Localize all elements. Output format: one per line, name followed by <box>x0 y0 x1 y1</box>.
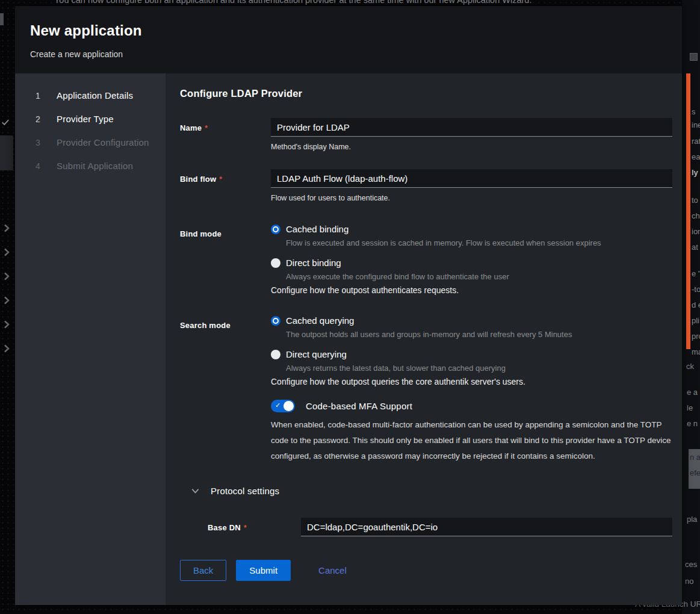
bind-mode-label: Bind mode <box>180 224 271 295</box>
step-label: Application Details <box>57 90 133 101</box>
clipped-text: ck <box>686 362 694 371</box>
protocol-settings-label: Protocol settings <box>211 486 279 496</box>
chevron-right-icon <box>3 296 10 307</box>
clipped-text: le <box>687 403 693 412</box>
search-mode-help: Configure how the outpost queries the co… <box>271 377 672 386</box>
name-label: Name* <box>180 118 271 151</box>
clipped-text: pla <box>687 515 697 524</box>
radio-unselected-icon[interactable] <box>271 350 280 359</box>
step-application-details[interactable]: 1 Application Details <box>15 84 166 107</box>
step-number: 4 <box>36 161 43 171</box>
search-mode-label: Search mode <box>180 315 271 386</box>
chevron-right-icon <box>3 320 10 331</box>
base-dn-input[interactable] <box>301 518 672 536</box>
clipped-text: ine <box>692 120 700 129</box>
required-asterisk: * <box>219 175 222 184</box>
chevron-down-icon <box>191 488 199 494</box>
check-icon <box>1 118 10 129</box>
clipped-text: to <box>692 196 698 205</box>
clipped-text: ces <box>685 560 697 569</box>
background-button-fragment <box>690 53 698 61</box>
bind-flow-input[interactable] <box>271 169 672 188</box>
radio-description: Always execute the configured bind flow … <box>286 272 672 281</box>
cancel-button[interactable]: Cancel <box>316 560 349 580</box>
step-label: Provider Configuration <box>57 137 149 147</box>
bind-flow-help: Flow used for users to authenticate. <box>271 194 672 202</box>
field-search-mode: Search mode Cached querying The outpost … <box>180 315 672 386</box>
new-application-modal: New application Create a new application… <box>15 6 682 605</box>
radio-cached-querying[interactable]: Cached querying <box>271 315 672 326</box>
field-bind-flow: Bind flow* Flow used for users to authen… <box>180 169 672 202</box>
background-selected-row <box>0 135 13 170</box>
clipped-text: ly a <box>692 168 700 177</box>
mfa-description: When enabled, code-based multi-factor au… <box>271 417 672 464</box>
required-asterisk: * <box>205 124 208 132</box>
clipped-text: efe <box>690 468 700 477</box>
radio-selected-icon[interactable] <box>271 316 280 326</box>
mfa-toggle-label: Code-based MFA Support <box>306 401 412 411</box>
step-label: Provider Type <box>57 114 114 124</box>
step-number: 2 <box>36 114 43 124</box>
bind-flow-label: Bind flow* <box>180 169 271 202</box>
clipped-text: n a <box>690 453 700 462</box>
clipped-text: at <box>692 243 698 252</box>
step-submit-application: 4 Submit Application <box>15 154 166 178</box>
base-dn-label: Base DN* <box>208 518 301 536</box>
chevron-right-icon <box>3 272 10 283</box>
clipped-text: s <box>692 107 696 116</box>
background-highlight-box: n a efe <box>689 449 700 489</box>
wizard-announcement-banner: You can now configure both an applicatio… <box>54 0 531 5</box>
pane-heading: Configure LDAP Provider <box>180 88 672 99</box>
toggle-on-icon[interactable]: ✓ <box>271 400 295 412</box>
modal-header: New application Create a new application <box>15 6 682 73</box>
docs-panel-orange-scrollbar[interactable] <box>686 73 690 349</box>
modal-title: New application <box>30 22 667 39</box>
clipped-text: ion <box>692 227 700 236</box>
wizard-footer: Back Submit Cancel <box>180 560 672 581</box>
clipped-text: d e <box>692 300 700 309</box>
field-mfa-support: ✓ Code-based MFA Support When enabled, c… <box>180 400 672 464</box>
field-bind-mode: Bind mode Cached binding Flow is execute… <box>180 224 672 295</box>
radio-description: The outpost holds all users and groups i… <box>286 330 672 339</box>
chevron-right-icon <box>3 248 10 259</box>
clipped-text: e "c <box>692 269 700 278</box>
step-label: Submit Application <box>57 161 133 171</box>
step-provider-configuration: 3 Provider Configuration <box>15 131 166 154</box>
clipped-text: ma <box>692 347 700 356</box>
clipped-text: no <box>685 577 693 586</box>
clipped-text: ea <box>692 152 700 161</box>
field-base-dn: Base DN* <box>180 518 672 536</box>
back-button[interactable]: Back <box>180 560 226 581</box>
clipped-text: e a <box>687 388 698 397</box>
chevron-right-icon <box>3 344 10 355</box>
clipped-text: ch <box>692 211 700 220</box>
radio-direct-querying[interactable]: Direct querying <box>271 349 672 359</box>
wizard-steps-sidebar: 1 Application Details 2 Provider Type 3 … <box>15 73 166 605</box>
step-provider-type[interactable]: 2 Provider Type <box>15 107 166 131</box>
submit-button[interactable]: Submit <box>236 560 291 581</box>
radio-description: Flow is executed and session is cached i… <box>286 238 672 247</box>
mfa-toggle-row[interactable]: ✓ Code-based MFA Support <box>271 400 672 412</box>
wizard-step-pane: Configure LDAP Provider Name* Method's d… <box>166 73 682 605</box>
radio-description: Always returns the latest data, but slow… <box>286 364 672 373</box>
background-nav-fragment <box>0 13 4 25</box>
radio-direct-binding[interactable]: Direct binding <box>271 258 672 268</box>
clipped-text: -to <box>692 285 700 294</box>
clipped-text: pli <box>692 316 699 325</box>
step-number: 1 <box>36 91 43 101</box>
radio-unselected-icon[interactable] <box>271 258 280 268</box>
clipped-text: e n <box>687 419 698 428</box>
bind-mode-help: Configure how the outpost authenticates … <box>271 285 672 295</box>
radio-selected-icon[interactable] <box>271 225 280 234</box>
clipped-text: rat <box>692 137 700 146</box>
name-input[interactable] <box>271 118 672 137</box>
modal-subtitle: Create a new application <box>30 49 667 59</box>
required-asterisk: * <box>244 524 247 532</box>
step-number: 3 <box>36 138 43 147</box>
field-name: Name* Method's display Name. <box>180 118 672 151</box>
protocol-settings-group[interactable]: Protocol settings <box>191 486 672 496</box>
radio-cached-binding[interactable]: Cached binding <box>271 224 672 234</box>
name-help: Method's display Name. <box>271 143 672 151</box>
chevron-right-icon <box>3 224 10 235</box>
clipped-text: pro <box>692 332 700 341</box>
